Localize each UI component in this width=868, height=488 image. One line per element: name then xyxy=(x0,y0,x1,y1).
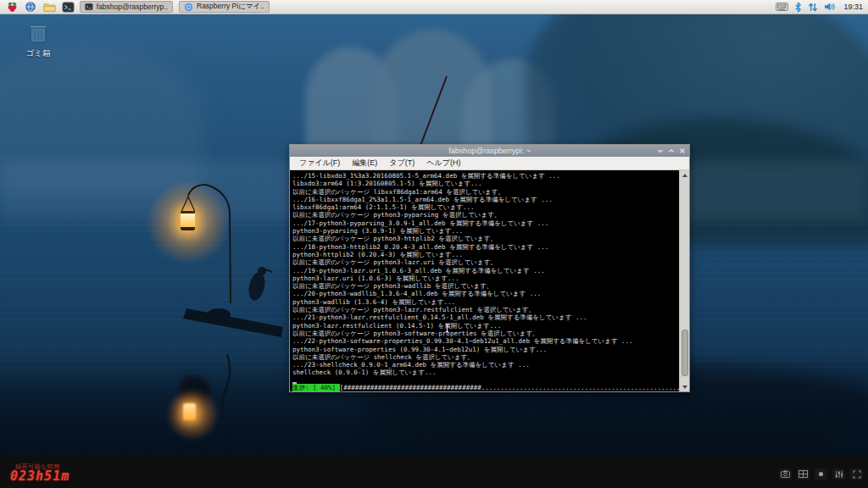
volume-icon[interactable] xyxy=(824,2,836,12)
menu-edit[interactable]: 編集(E) xyxy=(346,158,383,169)
trash-shortcut[interactable]: ゴミ箱 xyxy=(15,23,61,59)
terminal-scrollbar[interactable] xyxy=(679,170,689,391)
terminal-content[interactable]: .../15-libxdo3_1%3a3.20160805.1-5_arm64.… xyxy=(290,170,689,391)
minimize-button[interactable] xyxy=(656,147,665,155)
chromium-icon xyxy=(184,3,193,12)
scroll-down-arrow[interactable] xyxy=(680,382,689,391)
terminal-titlebar[interactable]: fabshop@raspberrypi: ~ xyxy=(290,145,689,157)
browser-globe-icon[interactable] xyxy=(24,1,37,14)
terminal-icon[interactable] xyxy=(61,1,75,14)
menu-file[interactable]: ファイル(F) xyxy=(293,158,346,169)
mouse-ibeam-cursor xyxy=(445,324,449,332)
menu-help[interactable]: ヘルプ(H) xyxy=(420,158,466,169)
terminal-output: .../15-libxdo3_1%3a3.20160805.1-5_arm64.… xyxy=(292,172,677,377)
menu-tabs[interactable]: タブ(T) xyxy=(383,158,420,169)
terminal-icon xyxy=(85,3,93,11)
desktop: fabshop@raspberryp.. Raspberry Piにマイ.. xyxy=(0,0,868,488)
scrollbar-thumb[interactable] xyxy=(682,330,688,376)
trash-icon xyxy=(27,23,49,44)
recorder-bar: 録画可能な時間 023h51m xyxy=(0,455,868,488)
bluetooth-icon[interactable] xyxy=(794,2,802,13)
fullscreen-icon[interactable] xyxy=(850,469,863,480)
recorder-time-value: 023h51m xyxy=(10,469,70,484)
trash-label: ゴミ箱 xyxy=(15,48,61,59)
taskbar: fabshop@raspberryp.. Raspberry Piにマイ.. xyxy=(0,0,868,14)
terminal-window: fabshop@raspberrypi: ~ ファイル(F) 編集(E) タブ(… xyxy=(289,144,690,392)
lantern-reflection xyxy=(183,403,196,420)
file-manager-icon[interactable] xyxy=(42,1,56,14)
taskbar-window-label: Raspberry Piにマイ.. xyxy=(197,2,264,12)
raspberry-menu-icon[interactable] xyxy=(5,1,19,14)
keyboard-icon[interactable] xyxy=(776,3,788,11)
terminal-title: fabshop@raspberrypi: ~ xyxy=(290,147,689,155)
taskbar-window-chromium[interactable]: Raspberry Piにマイ.. xyxy=(179,1,270,13)
sliders-icon[interactable] xyxy=(832,469,845,480)
maximize-button[interactable] xyxy=(667,147,676,155)
recorder-controls xyxy=(779,469,863,480)
taskbar-window-terminal[interactable]: fabshop@raspberryp.. xyxy=(80,1,173,13)
lantern xyxy=(181,211,195,230)
window-grid-icon[interactable] xyxy=(797,469,810,480)
terminal-menubar: ファイル(F) 編集(E) タブ(T) ヘルプ(H) xyxy=(290,157,689,170)
system-tray: 19:31 xyxy=(776,2,863,13)
progress-percent-badge: 進捗: [ 40%] xyxy=(292,384,340,391)
scroll-up-arrow[interactable] xyxy=(680,170,689,180)
close-button[interactable] xyxy=(678,147,687,155)
camera-icon[interactable] xyxy=(779,469,792,480)
progress-bar-text: [####################################...… xyxy=(340,384,684,391)
apt-progress-line: 進捗: [ 40%] [############################… xyxy=(292,384,684,391)
clock[interactable]: 19:31 xyxy=(843,3,863,11)
record-dot-icon[interactable] xyxy=(815,469,827,480)
taskbar-window-label: fabshop@raspberryp.. xyxy=(97,3,168,11)
network-arrows-icon[interactable] xyxy=(808,2,818,13)
